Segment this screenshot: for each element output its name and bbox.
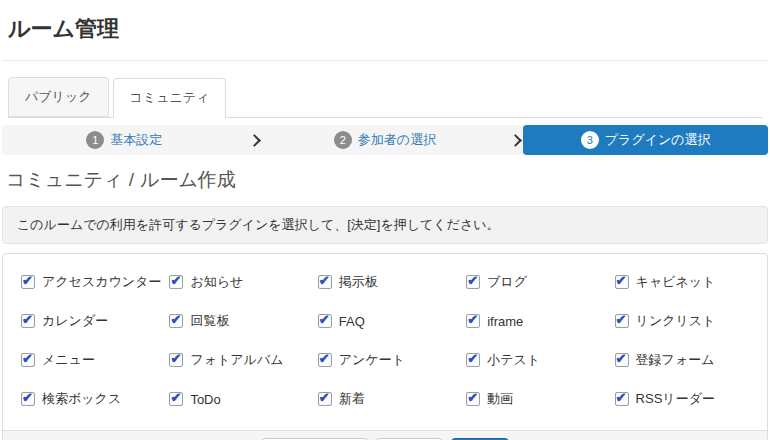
- form-actions-footer: × キャンセル 前へ 決定: [3, 430, 767, 440]
- plugin-checkbox-item[interactable]: 掲示板: [318, 273, 466, 291]
- plugin-checkbox-item[interactable]: ToDo: [169, 390, 317, 408]
- plugin-checkbox-label: 小テスト: [487, 351, 540, 369]
- step-3-badge: 3: [581, 131, 599, 149]
- plugin-checkbox[interactable]: [318, 314, 332, 328]
- plugin-checkbox[interactable]: [615, 353, 629, 367]
- page-title: ルーム管理: [8, 14, 762, 44]
- plugin-checkbox[interactable]: [318, 353, 332, 367]
- plugin-checkbox[interactable]: [169, 275, 183, 289]
- room-management-page: ルーム管理 パブリック コミュニティ 1 基本設定 2 参加者の選択 3 プラグ…: [0, 14, 770, 440]
- plugin-checkbox-label: お知らせ: [190, 273, 243, 291]
- plugin-checkbox-label: ToDo: [190, 392, 220, 407]
- plugin-checkbox-item[interactable]: 新着: [318, 390, 466, 408]
- plugin-checkbox-item[interactable]: カレンダー: [21, 312, 169, 330]
- plugin-checkbox-label: キャビネット: [636, 273, 716, 291]
- tab-public-label: パブリック: [25, 89, 92, 104]
- step-2-badge: 2: [334, 131, 352, 149]
- plugin-checkbox-label: 新着: [339, 390, 365, 408]
- heading-suffix: ルーム作成: [140, 169, 236, 190]
- plugin-checkbox-item[interactable]: FAQ: [318, 312, 466, 330]
- plugin-checkbox-item[interactable]: 回覧板: [169, 312, 317, 330]
- tab-community[interactable]: コミュニティ: [113, 78, 227, 118]
- plugin-checkbox-grid: アクセスカウンターお知らせ掲示板ブログキャビネットカレンダー回覧板FAQifra…: [3, 254, 767, 430]
- tab-community-label: コミュニティ: [130, 90, 210, 105]
- section-heading: コミュニティ/ルーム作成: [6, 167, 768, 193]
- wizard-steps-bar: 1 基本設定 2 参加者の選択 3 プラグインの選択: [2, 125, 768, 155]
- wizard-step-basic-settings[interactable]: 1 基本設定: [2, 125, 247, 155]
- plugin-checkbox-item[interactable]: ブログ: [466, 273, 614, 291]
- plugin-checkbox-item[interactable]: アンケート: [318, 351, 466, 369]
- plugin-checkbox-label: 動画: [487, 390, 513, 408]
- plugin-checkbox-item[interactable]: お知らせ: [169, 273, 317, 291]
- plugin-checkbox[interactable]: [466, 275, 480, 289]
- plugin-checkbox-item[interactable]: メニュー: [21, 351, 169, 369]
- plugin-checkbox-item[interactable]: フォトアルバム: [169, 351, 317, 369]
- plugin-checkbox-item[interactable]: RSSリーダー: [615, 390, 763, 408]
- plugin-checkbox-label: 登録フォーム: [636, 351, 715, 369]
- plugin-checkbox[interactable]: [466, 392, 480, 406]
- plugin-checkbox-label: フォトアルバム: [190, 351, 283, 369]
- room-type-tabs: パブリック コミュニティ: [8, 77, 762, 118]
- plugin-selection-panel: アクセスカウンターお知らせ掲示板ブログキャビネットカレンダー回覧板FAQifra…: [2, 253, 768, 440]
- plugin-checkbox-label: カレンダー: [42, 312, 108, 330]
- plugin-checkbox-label: iframe: [487, 314, 523, 329]
- plugin-checkbox[interactable]: [615, 392, 629, 406]
- plugin-checkbox[interactable]: [615, 314, 629, 328]
- instruction-text: このルームでの利用を許可するプラグインを選択して、[決定]を押してください。: [17, 217, 500, 232]
- plugin-checkbox[interactable]: [318, 275, 332, 289]
- plugin-checkbox[interactable]: [318, 392, 332, 406]
- plugin-checkbox[interactable]: [21, 275, 35, 289]
- plugin-checkbox-label: リンクリスト: [636, 312, 716, 330]
- plugin-checkbox[interactable]: [466, 314, 480, 328]
- plugin-checkbox[interactable]: [21, 353, 35, 367]
- plugin-checkbox-label: メニュー: [42, 351, 95, 369]
- plugin-checkbox-label: RSSリーダー: [636, 390, 715, 408]
- plugin-checkbox-item[interactable]: 登録フォーム: [615, 351, 763, 369]
- plugin-checkbox-label: 掲示板: [339, 273, 378, 291]
- heading-separator: /: [129, 169, 134, 190]
- plugin-checkbox-item[interactable]: キャビネット: [615, 273, 763, 291]
- step-3-label: プラグインの選択: [605, 131, 711, 149]
- tab-public[interactable]: パブリック: [8, 77, 109, 117]
- instruction-alert: このルームでの利用を許可するプラグインを選択して、[決定]を押してください。: [2, 206, 768, 244]
- wizard-separator: [507, 125, 523, 155]
- plugin-checkbox[interactable]: [466, 353, 480, 367]
- plugin-checkbox[interactable]: [21, 392, 35, 406]
- plugin-checkbox-item[interactable]: アクセスカウンター: [21, 273, 169, 291]
- chevron-right-icon: [248, 134, 261, 147]
- plugin-checkbox-item[interactable]: iframe: [466, 312, 614, 330]
- plugin-checkbox-label: 検索ボックス: [42, 390, 121, 408]
- plugin-checkbox[interactable]: [169, 353, 183, 367]
- plugin-checkbox-item[interactable]: 小テスト: [466, 351, 614, 369]
- plugin-checkbox-item[interactable]: リンクリスト: [615, 312, 763, 330]
- plugin-checkbox-item[interactable]: 動画: [466, 390, 614, 408]
- step-1-badge: 1: [86, 131, 104, 149]
- plugin-checkbox[interactable]: [21, 314, 35, 328]
- plugin-checkbox[interactable]: [615, 275, 629, 289]
- wizard-step-participants[interactable]: 2 参加者の選択: [263, 125, 508, 155]
- heading-prefix: コミュニティ: [6, 169, 123, 190]
- wizard-separator: [247, 125, 263, 155]
- plugin-checkbox-label: ブログ: [487, 273, 527, 291]
- plugin-checkbox-label: アンケート: [339, 351, 405, 369]
- plugin-checkbox-label: 回覧板: [190, 312, 229, 330]
- plugin-checkbox[interactable]: [169, 392, 183, 406]
- plugin-checkbox[interactable]: [169, 314, 183, 328]
- plugin-checkbox-item[interactable]: 検索ボックス: [21, 390, 169, 408]
- plugin-checkbox-label: FAQ: [339, 314, 365, 329]
- plugin-checkbox-label: アクセスカウンター: [42, 273, 161, 291]
- chevron-right-icon: [509, 134, 522, 147]
- title-divider: [2, 60, 768, 61]
- wizard-step-plugin-selection[interactable]: 3 プラグインの選択: [523, 125, 768, 155]
- step-2-label: 参加者の選択: [358, 131, 436, 149]
- step-1-label: 基本設定: [110, 131, 162, 149]
